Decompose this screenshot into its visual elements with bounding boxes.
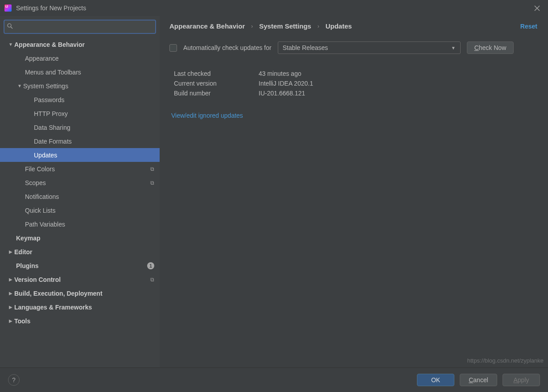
current-version-label: Current version — [174, 80, 245, 87]
tree-label: Appearance & Behavior — [14, 41, 154, 48]
help-button[interactable]: ? — [8, 374, 20, 386]
app-icon — [4, 4, 12, 12]
tree-label: Plugins — [16, 262, 147, 269]
watermark: https://blog.csdn.net/zyplanke — [467, 357, 544, 364]
chevron-right-icon: ▶ — [7, 305, 14, 309]
tree-label: Appearance — [25, 55, 154, 62]
last-checked-label: Last checked — [174, 70, 245, 77]
chevron-down-icon: ▼ — [451, 45, 456, 50]
tree-label: Path Variables — [25, 221, 154, 228]
title-bar: Settings for New Projects — [0, 0, 548, 16]
tree-data-sharing[interactable]: Data Sharing — [0, 120, 160, 134]
tree-http-proxy[interactable]: HTTP Proxy — [0, 107, 160, 120]
crumb-updates: Updates — [326, 22, 352, 30]
info-row: Current version IntelliJ IDEA 2020.1 — [174, 80, 537, 87]
info-row: Last checked 43 minutes ago — [174, 70, 537, 77]
tree-system-settings[interactable]: ▼System Settings — [0, 79, 160, 93]
reset-link[interactable]: Reset — [520, 23, 537, 30]
chevron-right-icon: ▶ — [7, 318, 14, 323]
footer: ? OK Cancel Apply — [0, 367, 548, 392]
tree-label: Notifications — [25, 193, 154, 200]
tree-editor[interactable]: ▶Editor — [0, 245, 160, 259]
tree-label: File Colors — [25, 165, 150, 173]
svg-point-0 — [8, 24, 11, 27]
search-input[interactable] — [15, 21, 152, 33]
chevron-right-icon: › — [317, 23, 319, 29]
close-button[interactable] — [530, 1, 544, 15]
plugins-badge: 1 — [147, 262, 154, 269]
tree-label: Scopes — [25, 179, 150, 186]
tree-passwords[interactable]: Passwords — [0, 93, 160, 107]
chevron-right-icon: › — [251, 23, 253, 29]
tree-build[interactable]: ▶Build, Execution, Deployment — [0, 286, 160, 300]
help-icon: ? — [12, 376, 16, 384]
tree-languages[interactable]: ▶Languages & Frameworks — [0, 300, 160, 314]
search-icon — [7, 23, 13, 30]
tree-label: Menus and Toolbars — [25, 69, 154, 76]
tree-label: HTTP Proxy — [34, 110, 154, 117]
tree-quick-lists[interactable]: Quick Lists — [0, 203, 160, 217]
per-project-icon: ⧉ — [150, 180, 154, 186]
build-number-value: IU-201.6668.121 — [259, 90, 305, 97]
select-value: Stable Releases — [283, 44, 451, 51]
update-channel-select[interactable]: Stable Releases ▼ — [278, 41, 461, 54]
auto-check-checkbox[interactable] — [169, 44, 177, 52]
info-row: Build number IU-201.6668.121 — [174, 90, 537, 97]
tree-label: Keymap — [16, 235, 154, 242]
view-edit-ignored-link[interactable]: View/edit ignored updates — [171, 112, 537, 119]
breadcrumb: Appearance & Behavior › System Settings … — [169, 22, 537, 30]
tree-file-colors[interactable]: File Colors⧉ — [0, 162, 160, 176]
close-icon — [534, 5, 540, 11]
tree-version-control[interactable]: ▶Version Control⧉ — [0, 272, 160, 286]
current-version-value: IntelliJ IDEA 2020.1 — [259, 80, 313, 87]
tree-appearance-behavior[interactable]: ▼Appearance & Behavior — [0, 37, 160, 51]
auto-check-label: Automatically check updates for — [183, 44, 272, 51]
tree-label: Updates — [34, 152, 154, 159]
tree-keymap[interactable]: Keymap — [0, 231, 160, 245]
tree-label: Version Control — [14, 276, 150, 283]
tree-scopes[interactable]: Scopes⧉ — [0, 176, 160, 190]
search-field[interactable] — [4, 20, 156, 34]
info-table: Last checked 43 minutes ago Current vers… — [174, 70, 537, 97]
per-project-icon: ⧉ — [150, 166, 154, 172]
tree-tools[interactable]: ▶Tools — [0, 314, 160, 328]
tree-label: Tools — [14, 318, 154, 325]
tree-notifications[interactable]: Notifications — [0, 190, 160, 203]
tree-path-variables[interactable]: Path Variables — [0, 217, 160, 231]
tree-label: Passwords — [34, 96, 154, 103]
window-title: Settings for New Projects — [16, 4, 86, 12]
chevron-right-icon: ▶ — [7, 277, 14, 282]
per-project-icon: ⧉ — [150, 276, 154, 283]
tree-appearance[interactable]: Appearance — [0, 51, 160, 65]
tree-label: Quick Lists — [25, 207, 154, 214]
crumb-appearance-behavior[interactable]: Appearance & Behavior — [169, 22, 245, 30]
button-label: Cancel — [469, 376, 488, 384]
svg-line-1 — [11, 27, 12, 29]
tree-menus-toolbars[interactable]: Menus and Toolbars — [0, 65, 160, 79]
button-label: Apply — [513, 376, 529, 384]
update-row: Automatically check updates for Stable R… — [169, 41, 537, 54]
tree-plugins[interactable]: Plugins1 — [0, 259, 160, 272]
apply-button[interactable]: Apply — [503, 374, 540, 386]
settings-tree: ▼Appearance & Behavior Appearance Menus … — [0, 37, 160, 367]
tree-updates[interactable]: Updates — [0, 148, 160, 162]
tree-label: Languages & Frameworks — [14, 304, 154, 311]
tree-label: Data Sharing — [34, 124, 154, 131]
last-checked-value: 43 minutes ago — [259, 70, 301, 77]
tree-label: System Settings — [23, 83, 154, 90]
button-label: Check Now — [474, 44, 507, 51]
ok-button[interactable]: OK — [417, 374, 454, 386]
cancel-button[interactable]: Cancel — [460, 374, 497, 386]
tree-label: Date Formats — [34, 138, 154, 145]
tree-label: Build, Execution, Deployment — [14, 290, 154, 297]
button-label: OK — [431, 376, 440, 384]
check-now-button[interactable]: Check Now — [467, 41, 514, 54]
chevron-down-icon: ▼ — [7, 42, 14, 47]
chevron-right-icon: ▶ — [7, 249, 14, 254]
chevron-down-icon: ▼ — [16, 83, 23, 88]
chevron-right-icon: ▶ — [7, 291, 14, 296]
sidebar: ▼Appearance & Behavior Appearance Menus … — [0, 16, 160, 367]
build-number-label: Build number — [174, 90, 245, 97]
tree-date-formats[interactable]: Date Formats — [0, 134, 160, 148]
crumb-system-settings[interactable]: System Settings — [259, 22, 311, 30]
